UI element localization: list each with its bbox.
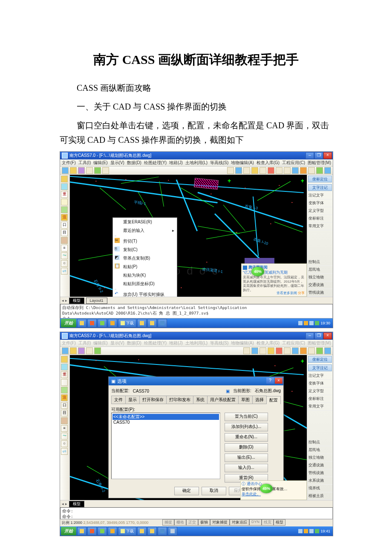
dtab-opensave[interactable]: 打开和保存 bbox=[139, 396, 167, 404]
news-share-link[interactable]: 分享 bbox=[298, 291, 305, 295]
tool-help-icon[interactable] bbox=[324, 347, 331, 354]
news-widget[interactable]: 腾讯网新闻 "亿万富翁"吴英减刑为无期 吴英减判案今天上午宣判。法院裁定，吴英从… bbox=[241, 263, 307, 297]
vtool-icon[interactable]: ᔕ bbox=[61, 448, 68, 455]
rpanel-item[interactable]: 定义字型 bbox=[307, 207, 333, 215]
dtab-display[interactable]: 显示 bbox=[125, 396, 140, 404]
menu-data[interactable]: 数据(D) bbox=[127, 160, 141, 166]
ctx-paste-origcoord[interactable]: 粘贴到原坐标(D) bbox=[113, 280, 177, 288]
taskbar-item[interactable] bbox=[137, 319, 147, 327]
menu-contour[interactable]: 等高线(S) bbox=[210, 340, 228, 346]
tool-icon[interactable] bbox=[251, 347, 258, 354]
menu-cadastre[interactable]: 地籍(J) bbox=[169, 160, 183, 166]
tool-generic-icon[interactable] bbox=[86, 167, 93, 174]
dialog-help-button[interactable]: ? bbox=[266, 378, 274, 384]
rpanel-item[interactable]: 居民地 bbox=[307, 446, 333, 454]
grid-toggle[interactable]: 栅格 bbox=[174, 519, 186, 526]
menu-tools[interactable]: 工具(I) bbox=[78, 340, 91, 346]
rpanel-header-text[interactable]: 文字注记 bbox=[308, 184, 332, 191]
close-button[interactable]: × bbox=[323, 152, 332, 159]
taskbar[interactable]: 开始 下载 19:30 bbox=[60, 318, 333, 328]
tool-save-icon[interactable] bbox=[78, 167, 85, 174]
tool-icon[interactable] bbox=[78, 347, 85, 354]
drawing-canvas[interactable]: • • • • • • • • • • • • + + 平线I-1 农集 I-3… bbox=[70, 175, 307, 297]
model-toggle[interactable]: 模型 bbox=[274, 519, 285, 526]
maximize-button[interactable]: ❐ bbox=[314, 152, 323, 159]
vtool-icon[interactable]: ○ bbox=[61, 440, 68, 447]
vtool-icon[interactable] bbox=[61, 237, 68, 244]
context-menu[interactable]: 重复ERASE(R) 最近的输入▸ ✂剪切(T) ⎘复制(C) ◩带基点复制(B… bbox=[112, 217, 177, 297]
rpanel-item[interactable]: 坐标标注 bbox=[307, 215, 333, 223]
drawing-canvas[interactable]: • • • • • • • + 农集 I-3 农集 I-10 农集 I-11 石… bbox=[70, 355, 307, 500]
tool-icon[interactable] bbox=[62, 347, 69, 354]
tool-generic-icon[interactable] bbox=[316, 167, 323, 174]
taskbar-item[interactable] bbox=[168, 527, 177, 535]
dtab-userpref[interactable]: 用户系统配置 bbox=[207, 396, 239, 404]
command-prompt[interactable]: 命令: bbox=[62, 514, 331, 519]
vtool-text-icon[interactable]: 注 bbox=[61, 394, 68, 401]
command-line[interactable]: 自动保存到 C:\Documents and Settings\Administ… bbox=[60, 304, 333, 318]
menu-check[interactable]: 检查入库(G) bbox=[257, 160, 280, 166]
rpanel-item[interactable]: 境界线 bbox=[307, 485, 333, 492]
dtab-file[interactable]: 文件 bbox=[111, 396, 126, 404]
comm-link[interactable]: 单击此处。 bbox=[242, 492, 306, 497]
vtool-icon[interactable] bbox=[61, 176, 68, 182]
rpanel-item[interactable]: 常用文字 bbox=[307, 223, 333, 230]
vtool-icon[interactable] bbox=[61, 417, 68, 424]
rpanel-item[interactable]: 控制点 bbox=[307, 258, 333, 266]
menu-landuse[interactable]: 土地利用(L) bbox=[185, 340, 208, 346]
taskbar-item[interactable] bbox=[108, 319, 117, 327]
tool-icon[interactable] bbox=[259, 347, 266, 354]
menu-bar[interactable]: 文件(F) 工具(I) 编辑(E) 显示(V) 数据(D) 绘图处理(Y) 地籍… bbox=[60, 159, 333, 167]
vtool-icon[interactable]: ᔕ bbox=[61, 268, 68, 275]
tool-help-icon[interactable] bbox=[324, 167, 331, 174]
rpanel-item[interactable]: 交通设施 bbox=[307, 281, 333, 289]
rpanel-item[interactable]: 坐标标注 bbox=[307, 395, 333, 403]
menu-eng[interactable]: 工程应用(C) bbox=[282, 160, 305, 166]
window-titlebar[interactable]: 南方CASS7.0 - [F:\...\规划图\石角总图.dwg] – ❐ × bbox=[60, 332, 333, 340]
window-titlebar[interactable]: 南方CASS7.0 - [F:\...\规划图\石角总图.dwg] – ❐ × bbox=[60, 152, 333, 159]
set-current-button[interactable]: 置为当前(C) bbox=[225, 413, 268, 421]
ctx-recent-input[interactable]: 最近的输入▸ bbox=[113, 226, 177, 235]
rpanel-item[interactable]: 控制点 bbox=[307, 439, 333, 446]
dtab-system[interactable]: 系统 bbox=[193, 396, 208, 404]
menu-drawproc[interactable]: 绘图处理(Y) bbox=[144, 340, 167, 346]
menu-landuse[interactable]: 土地利用(L) bbox=[185, 160, 208, 166]
delete-button[interactable]: 删除(D) bbox=[225, 443, 268, 452]
vtool-icon[interactable]: 口 bbox=[61, 222, 68, 228]
menu-edit[interactable]: 编辑(E) bbox=[93, 160, 107, 166]
taskbar-item[interactable] bbox=[137, 527, 147, 535]
close-button[interactable]: × bbox=[323, 332, 332, 339]
rpanel-item[interactable]: 独立地物 bbox=[307, 454, 333, 462]
tool-generic-icon[interactable] bbox=[94, 167, 101, 174]
system-tray[interactable]: 19:30 bbox=[298, 321, 332, 325]
vtool-icon[interactable]: 〜 bbox=[61, 433, 68, 439]
tool-icon[interactable] bbox=[300, 347, 307, 354]
export-button[interactable]: 输出(E)... bbox=[225, 454, 268, 462]
polar-toggle[interactable]: 极轴 bbox=[198, 519, 210, 526]
minimize-button[interactable]: – bbox=[306, 332, 314, 339]
tool-icon[interactable] bbox=[276, 347, 282, 354]
tool-icon[interactable] bbox=[308, 347, 315, 354]
rpanel-item[interactable]: 独立地物 bbox=[307, 274, 333, 281]
rpanel-item[interactable]: 居民地 bbox=[307, 266, 333, 274]
vtool-icon[interactable]: 目 bbox=[61, 410, 68, 416]
list-item[interactable]: <<未命名配置>> bbox=[112, 414, 219, 420]
rpanel-item[interactable]: 变换字体 bbox=[307, 380, 333, 387]
ctx-paste[interactable]: 📋粘贴(P) bbox=[113, 263, 177, 271]
rpanel-item[interactable]: 管线设施 bbox=[307, 469, 333, 477]
vtool-icon[interactable] bbox=[61, 379, 68, 386]
menu-featedit[interactable]: 地物编辑(A) bbox=[231, 160, 254, 166]
dialog-close-button[interactable]: × bbox=[275, 378, 282, 384]
rpanel-item[interactable]: 注记文字 bbox=[307, 372, 333, 380]
snap-toggle[interactable]: 捕捉 bbox=[162, 519, 174, 526]
tool-icon[interactable] bbox=[268, 347, 274, 354]
ctx-copy[interactable]: ⎘复制(C) bbox=[113, 246, 177, 254]
taskbar-item[interactable] bbox=[108, 527, 117, 535]
menu-view[interactable]: 显示(V) bbox=[110, 340, 124, 346]
vtool-icon[interactable] bbox=[61, 206, 68, 213]
taskbar-item[interactable] bbox=[158, 527, 167, 535]
vtool-text-icon[interactable]: 注 bbox=[61, 214, 68, 221]
vtool-icon[interactable]: ≡ bbox=[61, 425, 68, 432]
tool-generic-icon[interactable] bbox=[251, 167, 258, 174]
dialog-titlebar[interactable]: ▣ 选项 ? × bbox=[109, 377, 283, 385]
